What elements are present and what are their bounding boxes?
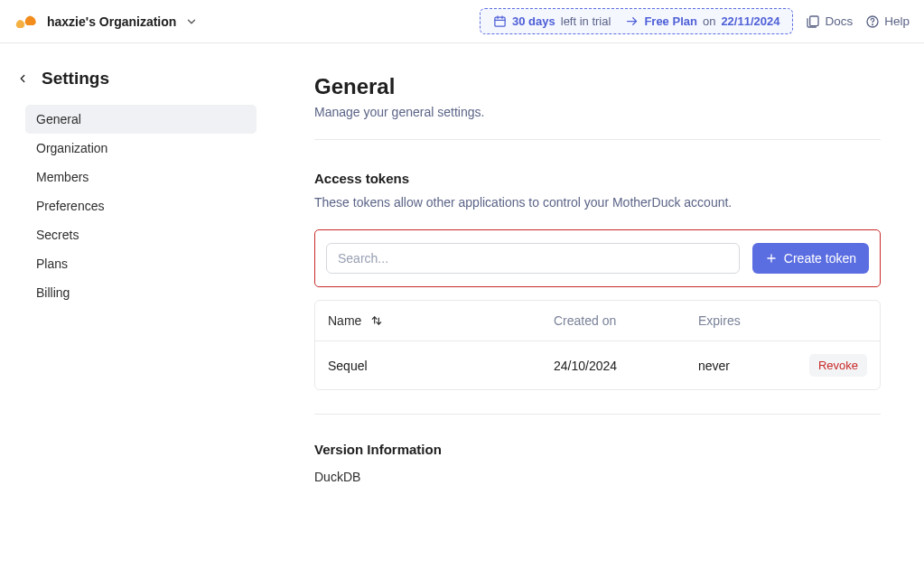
- col-name-label: Name: [328, 313, 361, 328]
- top-bar: haxzie's Organization 30 days left in tr…: [0, 0, 924, 43]
- calendar-icon: [493, 14, 507, 28]
- sidebar-item-billing[interactable]: Billing: [25, 278, 257, 307]
- sort-icon: [370, 314, 383, 327]
- tokens-table-row: Sequel 24/10/2024 never Revoke: [315, 341, 880, 389]
- page-title: General: [314, 74, 881, 99]
- sidebar-item-label: Plans: [36, 257, 68, 271]
- sidebar-item-plans[interactable]: Plans: [25, 249, 257, 278]
- token-expires-cell: never: [698, 359, 789, 373]
- tokens-section-title: Access tokens: [314, 171, 881, 186]
- sidebar-item-label: Billing: [36, 285, 70, 300]
- trial-days: 30 days: [512, 14, 555, 28]
- column-header-expires[interactable]: Expires: [698, 313, 789, 328]
- org-name: haxzie's Organization: [47, 14, 176, 29]
- version-item: DuckDB: [314, 470, 881, 484]
- svg-point-7: [873, 23, 873, 24]
- tokens-section-desc: These tokens allow other applications to…: [314, 195, 881, 210]
- col-created-label: Created on: [554, 313, 616, 328]
- trial-plan-mid: on: [703, 14, 715, 28]
- trial-days-suffix: left in trial: [561, 14, 611, 28]
- sidebar-item-organization[interactable]: Organization: [25, 134, 257, 163]
- back-icon[interactable]: [16, 72, 29, 85]
- tokens-table: Name Created on Expires Sequel 24/10/202…: [314, 300, 881, 390]
- divider: [314, 414, 881, 415]
- main-content: General Manage your general settings. Ac…: [271, 43, 924, 569]
- sidebar-item-secrets[interactable]: Secrets: [25, 220, 257, 249]
- create-token-label: Create token: [784, 251, 856, 266]
- tokens-action-highlight: Create token: [314, 229, 881, 287]
- create-token-button[interactable]: Create token: [752, 243, 869, 274]
- topbar-right: 30 days left in trial Free Plan on 22/11…: [480, 8, 910, 34]
- column-header-name[interactable]: Name: [328, 313, 554, 328]
- settings-header: Settings: [14, 65, 257, 105]
- revoke-button[interactable]: Revoke: [809, 354, 867, 377]
- token-created-cell: 24/10/2024: [554, 359, 698, 373]
- docs-label: Docs: [825, 14, 853, 28]
- svg-rect-0: [495, 17, 505, 26]
- col-expires-label: Expires: [698, 313, 741, 328]
- trial-days-segment: 30 days left in trial: [493, 14, 611, 28]
- trial-plan: Free Plan: [644, 14, 697, 28]
- sidebar-item-general[interactable]: General: [25, 105, 257, 134]
- arrow-right-icon: [625, 14, 639, 28]
- settings-title: Settings: [42, 69, 109, 89]
- page-subtitle: Manage your general settings.: [314, 105, 881, 119]
- sidebar-item-label: General: [36, 112, 81, 126]
- token-search-input[interactable]: [326, 243, 740, 274]
- sidebar-item-label: Members: [36, 170, 89, 184]
- sidebar-item-preferences[interactable]: Preferences: [25, 191, 257, 220]
- docs-link[interactable]: Docs: [806, 14, 853, 29]
- settings-nav: General Organization Members Preferences…: [14, 105, 257, 307]
- sidebar-item-label: Secrets: [36, 228, 79, 242]
- docs-icon: [806, 14, 820, 29]
- trial-banner[interactable]: 30 days left in trial Free Plan on 22/11…: [480, 8, 793, 34]
- sidebar-item-members[interactable]: Members: [25, 163, 257, 191]
- revoke-label: Revoke: [818, 359, 858, 372]
- org-switcher[interactable]: haxzie's Organization: [14, 13, 198, 31]
- sidebar-item-label: Organization: [36, 141, 107, 155]
- chevron-down-icon: [185, 15, 198, 28]
- help-label: Help: [884, 14, 910, 28]
- trial-date: 22/11/2024: [721, 14, 779, 28]
- help-link[interactable]: Help: [865, 14, 910, 29]
- sidebar-item-label: Preferences: [36, 199, 104, 213]
- trial-plan-segment: Free Plan on 22/11/2024: [625, 14, 779, 28]
- version-section-title: Version Information: [314, 442, 881, 457]
- tokens-table-header: Name Created on Expires: [315, 301, 880, 341]
- column-header-created[interactable]: Created on: [554, 313, 698, 328]
- brand-logo-icon: [14, 13, 38, 31]
- svg-rect-5: [810, 16, 818, 26]
- plus-icon: [765, 252, 778, 265]
- divider: [314, 139, 881, 140]
- token-name-cell: Sequel: [328, 359, 554, 373]
- help-icon: [865, 14, 880, 29]
- settings-sidebar: Settings General Organization Members Pr…: [0, 43, 271, 569]
